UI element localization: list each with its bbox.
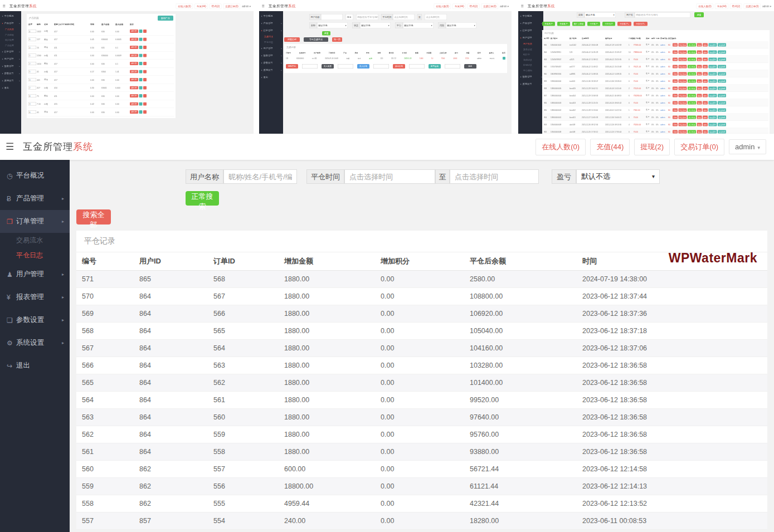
sidebar-item-overview[interactable]: ◷平台概况 <box>0 164 70 187</box>
mini-row-action-button: 修改 <box>697 50 702 53</box>
mini-cell: ¥300.00 <box>634 109 646 111</box>
table-row: 55986255618800.000.0061121.442023-06-12 … <box>76 478 767 495</box>
cell-time: 2023-06-12 12:14:13 <box>578 478 767 495</box>
sidebar-item-system[interactable]: ⚙系统设置▸ <box>0 331 70 354</box>
normal-search-button[interactable]: 正常搜索 <box>186 191 219 206</box>
header-link-0[interactable]: 在线人数(0) <box>536 139 586 155</box>
sidebar-item-params[interactable]: ❏参数设置▸ <box>0 309 70 331</box>
mini-row-action-button: 成为代理 <box>688 86 696 90</box>
mini-cell: 止盈/止损 <box>440 52 447 55</box>
mini-row-action-button: 禁止交易 <box>679 86 687 90</box>
mini-table-row: 86018639905556aa88812023-06-12 10:38:262… <box>544 70 768 77</box>
profit-select[interactable]: 默认不选▾ <box>576 169 660 184</box>
sidebar-item-products[interactable]: Ƀ产品管理▸ <box>0 187 70 210</box>
sidebar-subitem-close-log[interactable]: 平仓日志 <box>0 248 70 263</box>
mini-sidebar: ●平台概况●产品管理▸●订单管理▸●用户管理▸用户列表实名认证银行卡充值记录提现… <box>518 11 543 134</box>
cell-amount: 1880.00 <box>280 409 376 426</box>
mini-cell: 周期 <box>90 23 101 26</box>
mini-filter-row-2: 类型默认不选▾状态默认不选▾平台默认不选▾周期默认不选▾ <box>309 22 476 28</box>
app-title: 互金所管理系统 <box>23 140 93 153</box>
mini-add-product-button: 新增产品 <box>158 16 173 21</box>
mini-row-action-button: 修改密码 <box>709 94 717 97</box>
mini-cell: 黄金 <box>44 62 54 65</box>
mini-cell: 2021-12-28 11:20:15 <box>582 102 605 104</box>
mini-row-action-button: 修改 <box>697 101 702 104</box>
mini-cell: 10 <box>629 51 634 53</box>
cell-id: 569 <box>76 305 135 323</box>
cell-time: 2023-06-12 18:36:58 <box>578 374 767 392</box>
mini-table-row: 641原油4170.006300.00进行中 <box>28 108 174 116</box>
header-link-2[interactable]: 提现(2) <box>634 139 670 155</box>
thumbnail-user-list-page: ☰互金所管理系统在线人数(0)充值(44)提现(2)交易订单(0)admin ▾… <box>518 0 774 134</box>
mini-item-icon: ● <box>2 65 3 67</box>
mini-cell: K0 <box>668 51 673 53</box>
mini-item-label: 产品管理 <box>4 22 14 25</box>
close-time-start-input[interactable] <box>344 169 435 184</box>
sidebar-item-users[interactable]: ♟用户管理▸ <box>0 263 70 286</box>
cell-order-id: 562 <box>209 374 280 392</box>
mini-row-action-button: 禁止交易 <box>679 115 687 119</box>
mini-cell: 630 <box>101 79 115 81</box>
mini-cell: 2023-06-12 21:59:07 <box>605 51 629 53</box>
mini-cell: 630 <box>101 103 115 105</box>
mini-table-rows: 86513500001002test10022023-06-12 18:00:0… <box>544 41 768 134</box>
mini-item-label: 产品管理 <box>264 22 273 25</box>
admin-dropdown[interactable]: admin▾ <box>729 139 766 154</box>
mini-cell: 0% <box>656 44 660 46</box>
username-input[interactable] <box>223 169 297 184</box>
chevron-right-icon: ▸ <box>62 196 64 201</box>
mini-cell: 859 <box>544 80 551 82</box>
sidebar-item-orders[interactable]: ❐订单管理▸ <box>0 210 70 233</box>
mini-bottom-input <box>445 64 460 69</box>
mini-cell: 客户 <box>646 94 651 97</box>
sidebar-item-logout[interactable]: ↪退出 <box>0 354 70 377</box>
mini-edit-button <box>139 110 143 114</box>
sidebar-item-reports[interactable]: ¥报表管理▸ <box>0 286 70 309</box>
mini-row-action-button: 禁用 <box>673 101 678 104</box>
mini-cell: 630000 <box>101 55 115 57</box>
mini-table-header: 排序编号名称图标 (大小不能超过2M)周期最小金额最大金额操作 <box>28 23 174 26</box>
mini-row-action-button: 资金明细 <box>718 50 726 53</box>
mini-cell: 客户 <box>646 87 651 90</box>
close-time-end-input[interactable] <box>450 169 539 184</box>
mini-cell: 客户 <box>646 101 651 104</box>
mini-cell: K0 <box>668 66 673 68</box>
table-row: 5628645591880.000.0095760.002023-06-12 1… <box>76 426 767 443</box>
mini-edit-button <box>139 94 143 97</box>
mini-cell: 123 <box>569 51 582 53</box>
mini-table-row: 2417白银4100.30630010.004进行中 <box>28 84 174 92</box>
mini-bottom-input <box>302 64 318 69</box>
mini-table-row: 37.10白银4150.426300.00进行中 <box>28 100 174 109</box>
mini-sort-input: 2 <box>28 86 36 90</box>
mini-item-label: 系统设置 <box>4 79 14 82</box>
mini-cell: 名称 <box>44 23 54 26</box>
mini-cell: 0.30 <box>90 87 101 89</box>
mini-header-link: 提现(2) <box>730 3 742 9</box>
cell-order-id: 567 <box>209 288 280 305</box>
report-icon: ¥ <box>7 294 16 301</box>
mini-cell: 0% <box>656 95 660 97</box>
hamburger-menu-icon[interactable]: ☰ <box>6 141 14 153</box>
mini-row-action-button: 禁用 <box>673 57 678 61</box>
header-link-3[interactable]: 交易订单(0) <box>674 139 724 155</box>
mini-cell: 金额 <box>415 52 418 55</box>
chevron-right-icon: ▸ <box>281 55 282 57</box>
mini-cell: 类型 <box>646 37 651 40</box>
sidebar-subitem-trade-flow[interactable]: 交易流水 <box>0 233 70 248</box>
mini-cell: 盈亏 <box>455 52 458 55</box>
mini-panel-title: 产品列表 <box>29 16 39 20</box>
mini-sidebar-item: ●订单管理▸ <box>259 27 283 34</box>
chevron-right-icon: ▸ <box>281 30 282 32</box>
mini-sidebar-subitem: 产品设置 <box>0 43 21 48</box>
chevron-down-icon: ▾ <box>474 23 475 28</box>
cell-balance: 108800.00 <box>465 288 578 305</box>
cell-points: 0.00 <box>376 392 465 409</box>
cell-user-id: 864 <box>135 288 209 305</box>
cell-balance: 42321.44 <box>465 495 578 513</box>
mini-row-action-button: 资金明细 <box>718 65 726 68</box>
mini-cell: 2021-12-30 18:18:07 <box>582 80 605 82</box>
cell-user-id: 864 <box>135 392 209 409</box>
search-all-button[interactable]: 搜索全部 <box>76 209 111 224</box>
mini-cell: 13800000001 <box>551 116 569 119</box>
header-link-1[interactable]: 充值(44) <box>590 139 630 155</box>
